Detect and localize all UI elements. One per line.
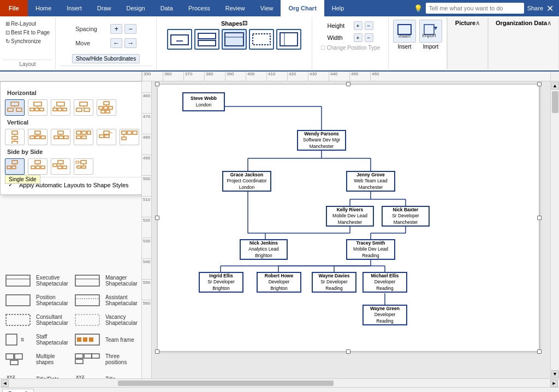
- node-nick-jenkins[interactable]: Nick Jenkins Analytics Lead Brighton: [240, 239, 288, 260]
- tab-help[interactable]: Help: [324, 0, 352, 16]
- shape-team-frame[interactable]: Team frame: [72, 330, 140, 349]
- width-increase-button[interactable]: +: [354, 33, 362, 42]
- v-layout-2[interactable]: [28, 129, 47, 145]
- width-label: Width: [328, 34, 352, 41]
- node-nick-baxter[interactable]: Nick Baxter Sr Developer Manchester: [382, 206, 430, 227]
- v-layout-5[interactable]: [97, 129, 116, 145]
- tab-draw[interactable]: Draw: [90, 0, 119, 16]
- node-steve-webb[interactable]: Steve Webb London: [182, 92, 225, 111]
- height-decrease-button[interactable]: −: [365, 21, 373, 30]
- move-left-button[interactable]: ←: [110, 38, 122, 48]
- lightbulb-icon: 💡: [414, 4, 423, 13]
- sbs-layout-2[interactable]: [28, 158, 47, 175]
- v-layout-4[interactable]: [74, 129, 93, 145]
- change-position-button[interactable]: ☐ Change Position Type: [320, 45, 380, 51]
- h-layout-1[interactable]: [5, 99, 25, 116]
- tab-view[interactable]: View: [253, 0, 281, 16]
- shape-consultant[interactable]: ConsultantShapetacular: [2, 311, 70, 329]
- relayout-button[interactable]: ⊞ Re-Layout: [3, 20, 52, 28]
- h-scroll-thumb[interactable]: [118, 381, 334, 386]
- scroll-down-button[interactable]: ▼: [551, 370, 559, 378]
- share-button[interactable]: Share: [527, 5, 543, 11]
- v-layout-3[interactable]: [51, 129, 70, 145]
- selection-handle-top[interactable]: [346, 82, 350, 86]
- node-ingrid-ellis[interactable]: Ingrid Ellis Sr Developer Brighton: [199, 272, 243, 293]
- node-grace-jackson[interactable]: Grace Jackson Project Coordinator London: [222, 171, 271, 192]
- tab-insert[interactable]: Insert: [59, 0, 90, 16]
- shape-btn-4[interactable]: [249, 29, 274, 50]
- node-wayne-davies[interactable]: Wayne Davies Sr Developer Reading: [312, 272, 356, 293]
- move-right-button[interactable]: →: [124, 38, 136, 48]
- shape-three-positions[interactable]: Threepositions: [72, 350, 140, 369]
- node-jenny-grove[interactable]: Jenny Grove Web Team Lead Manchester: [346, 171, 395, 192]
- h-layout-3[interactable]: [51, 99, 70, 116]
- import-button[interactable]: Import Import: [419, 20, 442, 50]
- h-scroll-right-button[interactable]: ►: [550, 379, 558, 387]
- org-chart-canvas[interactable]: Steve Webb London Wendy Parsons Software…: [157, 84, 539, 352]
- node-robert-howe[interactable]: Robert Howe Developer Brighton: [257, 272, 301, 293]
- close-icon[interactable]: ✕: [546, 3, 554, 14]
- shape-title[interactable]: XYZCORP Title: [72, 370, 140, 378]
- h-scroll-left-button[interactable]: ◄: [1, 379, 9, 387]
- spacing-decrease-button[interactable]: −: [124, 24, 136, 34]
- shape-position[interactable]: PositionShapetacular: [2, 291, 70, 310]
- shape-btn-5[interactable]: [276, 29, 301, 50]
- h-layout-5[interactable]: [97, 99, 116, 116]
- insert-button[interactable]: Insert Insert: [393, 20, 416, 50]
- synchronize-button[interactable]: ↻ Synchronize: [3, 37, 52, 45]
- tab-review[interactable]: Review: [218, 0, 253, 16]
- selection-handle-tr[interactable]: [537, 82, 542, 86]
- svg-rect-83: [41, 166, 45, 169]
- shapes-expand-icon[interactable]: ⊡: [242, 20, 247, 27]
- selection-handle-br[interactable]: [537, 349, 542, 354]
- canvas-area[interactable]: 460 470 480 490 500 510 520 530 540 550 …: [142, 81, 559, 378]
- tab-orgchart[interactable]: Org Chart: [281, 0, 324, 16]
- node-wayne-green[interactable]: Wayne Green Developer Reading: [362, 305, 407, 325]
- h-layout-2[interactable]: [28, 99, 47, 116]
- selection-handle-left[interactable]: [155, 216, 159, 220]
- shape-executive[interactable]: ExecutiveShapetacular: [2, 271, 70, 290]
- width-decrease-button[interactable]: −: [365, 33, 373, 42]
- selection-handle-right[interactable]: [537, 216, 542, 220]
- selection-handle-bottom[interactable]: [346, 349, 350, 354]
- spacing-increase-button[interactable]: +: [110, 24, 122, 34]
- shape-btn-1[interactable]: ▬▬: [167, 29, 192, 50]
- node-tracey-smith[interactable]: Tracey Smith Mobile Dev Lead Reading: [346, 239, 395, 260]
- shape-assistant[interactable]: AssistantShapetacular: [72, 291, 140, 310]
- height-increase-button[interactable]: +: [354, 21, 362, 30]
- selection-handle-tl[interactable]: [155, 82, 159, 86]
- tab-process[interactable]: Process: [181, 0, 218, 16]
- h-scroll-track[interactable]: [10, 381, 549, 386]
- shape-manager[interactable]: ManagerShapetacular: [72, 271, 140, 290]
- scroll-up-button[interactable]: ▲: [551, 82, 559, 90]
- orgdata-collapse-icon[interactable]: ∧: [547, 20, 551, 27]
- tab-data[interactable]: Data: [153, 0, 181, 16]
- v-layout-1[interactable]: [5, 129, 25, 145]
- node-michael-ellis[interactable]: Michael Ellis Developer Reading: [362, 272, 407, 293]
- node-wendy-parsons[interactable]: Wendy Parsons Software Dev Mgr Mancheste…: [297, 130, 346, 151]
- shape-btn-3[interactable]: [222, 29, 247, 50]
- shape-staff[interactable]: S StaffShapetacular: [2, 330, 70, 349]
- picture-collapse-icon[interactable]: ∧: [475, 20, 480, 27]
- sbs-layout-1[interactable]: [5, 158, 25, 175]
- tab-file[interactable]: File: [0, 0, 28, 16]
- h-layout-4[interactable]: [74, 99, 93, 116]
- shape-title-date[interactable]: XYZ04/12 Title/Date: [2, 370, 70, 378]
- tab-design[interactable]: Design: [118, 0, 152, 16]
- selection-handle-bl[interactable]: [155, 349, 159, 354]
- search-input[interactable]: [426, 3, 524, 14]
- scroll-thumb[interactable]: [552, 91, 558, 113]
- best-fit-button[interactable]: ⊡ Best Fit to Page: [3, 28, 52, 37]
- v-layout-6[interactable]: [120, 129, 139, 145]
- page-tab-1[interactable]: Page-1: [2, 389, 34, 392]
- shape-multiple[interactable]: Multipleshapes: [2, 350, 70, 369]
- tab-home[interactable]: Home: [28, 0, 59, 16]
- shape-btn-2[interactable]: [194, 29, 219, 50]
- sbs-layout-4[interactable]: [74, 158, 93, 175]
- show-hide-button[interactable]: Show/Hide Subordinates: [72, 54, 140, 63]
- node-kelly-rivers[interactable]: Kelly Rivers Mobile Dev Lead Manchester: [326, 206, 374, 227]
- sbs-layout-3[interactable]: [51, 158, 70, 175]
- vertical-scrollbar[interactable]: ▲ ▼: [550, 81, 559, 378]
- add-page-button[interactable]: ⊕: [58, 390, 69, 393]
- shape-vacancy[interactable]: VacancyShapetacular: [72, 311, 140, 329]
